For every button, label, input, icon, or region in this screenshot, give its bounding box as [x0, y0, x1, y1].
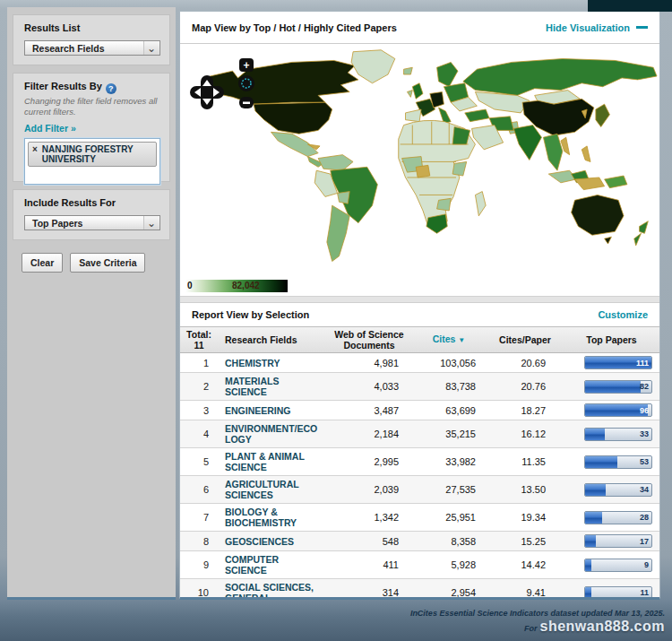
map-region-uk[interactable]: [412, 83, 423, 100]
row-documents-value: 2,039: [327, 484, 411, 495]
top-papers-value: 34: [640, 485, 649, 494]
map-region-iceland[interactable]: [404, 67, 413, 74]
row-rank: 1: [180, 358, 218, 368]
row-rank: 10: [180, 587, 218, 597]
world-map[interactable]: [187, 46, 659, 274]
map-region-egypt[interactable]: [452, 126, 470, 143]
map-region-australia[interactable]: [572, 195, 624, 235]
active-filters-box[interactable]: × NANJING FORESTRY UNIVERSITY: [24, 138, 160, 185]
row-field-link[interactable]: GEOSCIENCES: [218, 536, 327, 547]
top-papers-value: 9: [644, 560, 649, 569]
row-field-link[interactable]: BIOLOGY & BIOCHEMISTRY: [218, 507, 327, 528]
map-region-tasmania[interactable]: [605, 237, 612, 244]
include-results-dropdown[interactable]: Top Papers ⌄: [24, 215, 160, 230]
map-region-usa[interactable]: [254, 102, 332, 134]
top-papers-bar-fill: [585, 404, 648, 416]
map-region-greenland[interactable]: [351, 50, 395, 83]
map-region-malaysia[interactable]: [548, 170, 576, 183]
row-rank: 6: [180, 484, 218, 495]
row-top-papers-cell: 111: [564, 356, 659, 369]
map-region-southeast-asia[interactable]: [543, 134, 562, 170]
sidebar: Results List Research Fields ⌄ Filter Re…: [7, 7, 176, 600]
main-panel: Map View by Top / Hot / Highly Cited Pap…: [179, 11, 660, 600]
remove-filter-icon[interactable]: ×: [32, 144, 38, 154]
map-region-papua-new-guinea[interactable]: [605, 176, 627, 188]
clear-button[interactable]: Clear: [22, 253, 63, 273]
row-top-papers-cell: 53: [564, 455, 659, 469]
row-field-link[interactable]: COMPUTER SCIENCE: [218, 554, 327, 576]
row-cites-per-paper-value: 11.35: [487, 456, 564, 467]
map-region-east-africa[interactable]: [452, 161, 467, 176]
map-region-mexico[interactable]: [271, 132, 319, 156]
row-field-link[interactable]: SOCIAL SCIENCES, GENERAL: [218, 582, 327, 597]
row-cites-per-paper-value: 13.50: [487, 484, 564, 495]
top-papers-bar-fill: [585, 559, 591, 571]
column-header-cites-sort[interactable]: Cites ▼: [411, 333, 487, 346]
row-field-link[interactable]: ENVIRONMENT/ECOLOGY: [218, 423, 327, 445]
add-filter-link[interactable]: Add Filter »: [24, 123, 160, 134]
map-region-argentina-chile[interactable]: [327, 205, 349, 261]
filter-label: Filter Results By?: [24, 81, 160, 94]
row-cites-value: 103,056: [411, 358, 487, 368]
top-papers-bar: 11: [584, 586, 652, 598]
row-cites-per-paper-value: 19.34: [487, 512, 564, 523]
map-region-south-africa[interactable]: [426, 214, 447, 233]
row-field-link[interactable]: MATERIALS SCIENCE: [218, 376, 327, 397]
row-top-papers-cell: 33: [564, 428, 659, 441]
include-results-section: Include Results For Top Papers ⌄: [13, 189, 170, 240]
table-header-row: Total: 11 Research Fields Web of Science…: [180, 326, 659, 353]
zoom-out-icon[interactable]: [243, 102, 250, 105]
map-region-southern-africa[interactable]: [437, 198, 452, 211]
hide-visualization-link[interactable]: Hide Visualization: [546, 22, 648, 33]
column-header-cites-per-paper[interactable]: Cites/Paper: [487, 334, 564, 345]
map-region-india[interactable]: [513, 126, 541, 160]
table-row: 10 SOCIAL SCIENCES, GENERAL 314 2,954 9.…: [180, 579, 659, 597]
map-region-russia[interactable]: [463, 59, 657, 96]
map-region-indonesia[interactable]: [574, 178, 604, 190]
row-rank: 2: [180, 381, 218, 392]
row-field-link[interactable]: PLANT & ANIMAL SCIENCE: [218, 451, 327, 472]
table-row: 6 AGRICULTURAL SCIENCES 2,039 27,535 13.…: [180, 476, 659, 504]
map-pan-control[interactable]: [189, 74, 225, 110]
top-papers-bar: 28: [584, 511, 652, 524]
column-header-wos-documents[interactable]: Web of Science Documents: [327, 329, 411, 351]
column-header-top-papers[interactable]: Top Papers: [564, 334, 659, 345]
column-header-research-fields[interactable]: Research Fields: [218, 334, 327, 345]
map-region-spain[interactable]: [406, 109, 422, 122]
top-papers-bar-fill: [585, 429, 605, 440]
row-field-link[interactable]: AGRICULTURAL SCIENCES: [218, 479, 327, 500]
save-criteria-button[interactable]: Save Criteria: [70, 253, 145, 273]
top-papers-bar-fill: [585, 512, 602, 524]
map-region-japan[interactable]: [596, 104, 610, 126]
watermark-text: shenwan888.com: [540, 619, 666, 635]
filter-chip-nanjing-forestry[interactable]: × NANJING FORESTRY UNIVERSITY: [28, 142, 157, 167]
map-region-bolivia[interactable]: [338, 192, 350, 204]
map-region-ireland[interactable]: [407, 91, 412, 98]
legend-max-value: 82,042: [232, 281, 260, 290]
map-region-madagascar[interactable]: [475, 192, 486, 216]
zoom-in-icon[interactable]: +: [244, 59, 250, 72]
row-field-link[interactable]: ENGINEERING: [218, 405, 327, 416]
footer: InCites Essential Science Indicators dat…: [0, 605, 672, 641]
map-region-nigeria[interactable]: [416, 165, 430, 178]
map-zoom-control[interactable]: +: [237, 58, 255, 110]
divider: [180, 296, 659, 303]
table-row: 9 COMPUTER SCIENCE 411 5,928 14.42 9: [180, 551, 659, 579]
top-papers-bar-fill: [585, 535, 596, 547]
filter-note: Changing the filter field removes all cu…: [24, 96, 160, 117]
help-icon[interactable]: ?: [106, 83, 116, 94]
row-cites-per-paper-value: 20.69: [487, 358, 564, 368]
map-region-new-zealand[interactable]: [634, 221, 649, 246]
map-region-colombia-venezuela[interactable]: [318, 155, 353, 171]
top-papers-bar: 111: [584, 356, 652, 369]
row-field-link[interactable]: CHEMISTRY: [218, 358, 327, 368]
map-region-philippines[interactable]: [582, 146, 590, 162]
row-cites-per-paper-value: 20.76: [487, 381, 564, 392]
map-region-scandinavia[interactable]: [437, 62, 458, 86]
top-papers-bar-fill: [585, 381, 641, 393]
map-region-turkey[interactable]: [465, 109, 489, 122]
customize-link[interactable]: Customize: [598, 309, 648, 320]
top-papers-bar: 53: [584, 455, 652, 469]
top-papers-value: 53: [640, 457, 649, 466]
results-list-dropdown[interactable]: Research Fields ⌄: [24, 40, 160, 56]
